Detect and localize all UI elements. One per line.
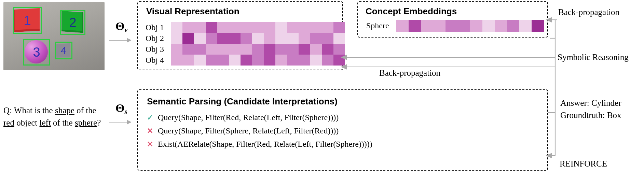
- svg-marker-9: [342, 55, 346, 59]
- svg-marker-5: [547, 18, 551, 22]
- svg-marker-14: [547, 154, 551, 158]
- flow-arrows: [0, 0, 644, 173]
- svg-marker-11: [342, 65, 346, 69]
